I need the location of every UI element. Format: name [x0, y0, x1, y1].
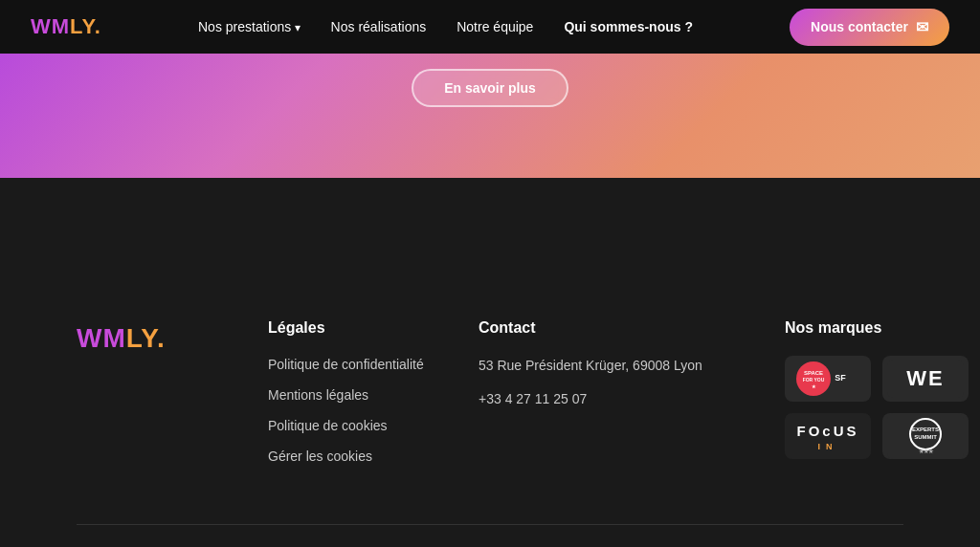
svg-text:EXPERTS: EXPERTS — [912, 427, 939, 432]
we-logo-svg: WE — [887, 360, 964, 398]
logo-wm: WM — [31, 14, 70, 38]
footer-marques-col: Nos marques SPACE FOR YOU ★ SF — [785, 319, 969, 478]
footer-logo-dot: . — [157, 323, 166, 353]
footer-logo[interactable]: WMLY. — [77, 323, 268, 354]
contact-button[interactable]: Nous contacter ✉ — [790, 9, 949, 46]
list-item[interactable]: Politique de cookies — [268, 417, 479, 434]
nav-link-realisations[interactable]: Nos réalisations — [331, 19, 427, 34]
link-cookies[interactable]: Politique de cookies — [268, 418, 388, 433]
link-gerer-cookies[interactable]: Gérer les cookies — [268, 449, 372, 464]
brand-space-for-you[interactable]: SPACE FOR YOU ★ SF — [785, 356, 871, 402]
space-for-you-logo-svg: SPACE FOR YOU ★ SF — [794, 360, 861, 398]
nav-item-realisations[interactable]: Nos réalisations — [331, 18, 427, 35]
legales-heading: Légales — [268, 319, 479, 337]
list-item[interactable]: Mentions légales — [268, 386, 479, 404]
footer-logo-col: WMLY. — [77, 319, 268, 478]
footer-contact-col: Contact 53 Rue Président Krüger, 69008 L… — [479, 319, 785, 478]
brand-we[interactable]: WE — [882, 356, 969, 402]
nav-item-quisons[interactable]: Qui sommes-nous ? — [564, 18, 693, 35]
focus-in-logo-svg: FOcUS IN — [785, 413, 871, 459]
navbar: WMLY. Nos prestations Nos réalisations N… — [0, 0, 980, 54]
brand-focus-in[interactable]: FOcUS IN — [785, 413, 871, 459]
svg-text:★★★: ★★★ — [919, 449, 934, 454]
link-confidentialite[interactable]: Politique de confidentialité — [268, 357, 424, 372]
nav-link-prestations[interactable]: Nos prestations — [198, 19, 301, 34]
contact-phone: +33 4 27 11 25 07 — [479, 389, 785, 409]
list-item[interactable]: Politique de confidentialité — [268, 356, 479, 373]
list-item[interactable]: Gérer les cookies — [268, 448, 479, 465]
marques-grid: SPACE FOR YOU ★ SF WE — [785, 356, 969, 459]
footer-logo-wm: WM — [77, 323, 126, 353]
navbar-logo[interactable]: WMLY. — [31, 14, 101, 39]
svg-text:FOR YOU: FOR YOU — [803, 377, 825, 383]
logo-ly: LY — [70, 14, 95, 38]
svg-text:IN: IN — [818, 442, 838, 451]
nav-item-equipe[interactable]: Notre équipe — [457, 18, 533, 35]
hero-cta-button[interactable]: En savoir plus — [412, 69, 568, 107]
legales-links: Politique de confidentialité Mentions lé… — [268, 356, 479, 465]
brand-experts-summit[interactable]: EXPERTS SUMMIT ★★★ — [882, 413, 969, 459]
footer: WMLY. Légales Politique de confidentiali… — [0, 274, 980, 547]
svg-text:SUMMIT: SUMMIT — [914, 434, 937, 440]
nav-item-prestations[interactable]: Nos prestations — [198, 18, 301, 35]
contact-address: 53 Rue Président Krüger, 69008 Lyon — [479, 356, 785, 376]
footer-logo-ly: LY — [126, 323, 157, 353]
contact-heading: Contact — [479, 319, 785, 337]
experts-summit-logo-svg: EXPERTS SUMMIT ★★★ — [887, 413, 964, 459]
nav-link-quisons[interactable]: Qui sommes-nous ? — [564, 19, 693, 34]
svg-text:SPACE: SPACE — [804, 370, 823, 376]
nav-links: Nos prestations Nos réalisations Notre é… — [198, 18, 693, 35]
footer-main: WMLY. Légales Politique de confidentiali… — [77, 319, 903, 524]
nav-link-equipe[interactable]: Notre équipe — [457, 19, 533, 34]
marques-heading: Nos marques — [785, 319, 969, 337]
hero-cta-area: En savoir plus — [412, 69, 568, 107]
svg-text:WE: WE — [906, 366, 944, 390]
footer-legales-col: Légales Politique de confidentialité Men… — [268, 319, 479, 478]
svg-text:SF: SF — [835, 373, 846, 383]
mail-icon: ✉ — [916, 18, 928, 36]
logo-dot: . — [95, 14, 101, 38]
dark-spacer — [0, 178, 980, 274]
link-mentions[interactable]: Mentions légales — [268, 387, 368, 403]
contact-button-label: Nous contacter — [811, 19, 908, 34]
hero-section: En savoir plus — [0, 54, 980, 178]
svg-text:FOcUS: FOcUS — [796, 423, 858, 439]
footer-bottom: © We Made Ya Suivez-nous — [77, 524, 903, 547]
